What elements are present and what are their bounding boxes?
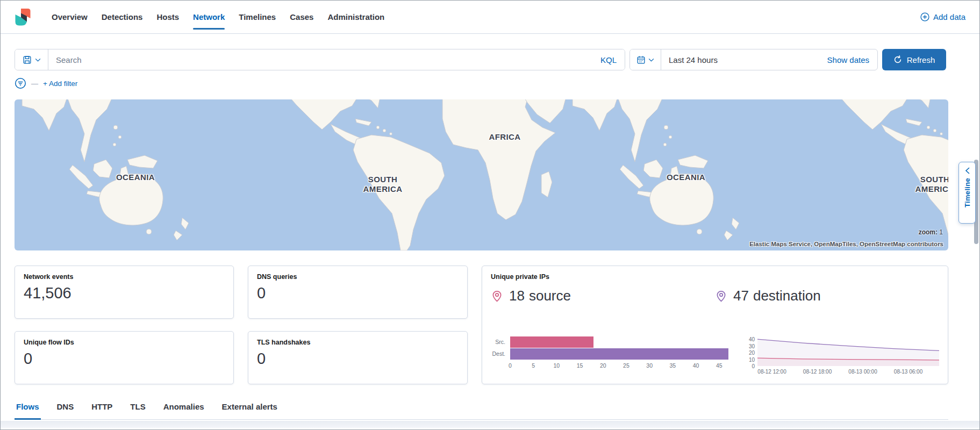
search-input[interactable] (48, 49, 592, 70)
tab-external-alerts[interactable]: External alerts (220, 402, 279, 420)
bar-row-source: Src. (491, 336, 728, 348)
nav-tab-timelines[interactable]: Timelines (232, 1, 283, 33)
tab-anomalies[interactable]: Anomalies (162, 402, 206, 420)
tab-http[interactable]: HTTP (90, 402, 114, 420)
save-icon (23, 55, 32, 64)
bar-chart-x-axis: 051015202530354045 (510, 360, 728, 369)
line-y-tick: 0 (752, 363, 755, 369)
map-zoom-value: 1 (939, 228, 943, 236)
plus-circle-icon (920, 12, 929, 22)
timeline-flyout-tab[interactable]: Timeline (958, 162, 976, 224)
card-title: Unique flow IDs (24, 339, 225, 346)
saved-queries-button[interactable] (15, 49, 48, 70)
network-detail-tabs: Flows DNS HTTP TLS Anomalies External al… (15, 402, 948, 420)
refresh-icon (893, 55, 902, 64)
filter-bar: — + Add filter (15, 77, 965, 89)
map-zoom-label: zoom: (919, 228, 938, 236)
show-dates-button[interactable]: Show dates (827, 49, 877, 70)
nav-tab-administration[interactable]: Administration (320, 1, 391, 33)
line-x-tick: 08-12 18:00 (803, 369, 832, 375)
chevron-left-icon (965, 167, 970, 174)
map-pin-icon (715, 290, 727, 302)
next-panel-edge (1, 421, 979, 428)
card-value: 0 (24, 350, 225, 368)
map-zoom-indicator: zoom: 1 (919, 228, 943, 236)
line-x-tick: 08-12 12:00 (757, 369, 786, 375)
ips-bar-chart: Src. Dest. 051015202530354045 (491, 336, 728, 375)
tab-tls[interactable]: TLS (128, 402, 147, 420)
card-tls-handshakes: TLS handshakes 0 (248, 331, 468, 384)
nav-tab-detections[interactable]: Detections (95, 1, 150, 33)
ips-line-chart: 010203040 08-12 12:0008-12 18:0008-13 00… (745, 336, 939, 375)
top-navigation-bar: Overview Detections Hosts Network Timeli… (1, 1, 979, 34)
refresh-button[interactable]: Refresh (882, 49, 946, 70)
filter-circle-icon[interactable] (15, 77, 26, 89)
chevron-down-icon (648, 58, 654, 62)
bar-x-tick: 20 (600, 362, 606, 369)
card-title: DNS queries (257, 273, 459, 281)
nav-tab-hosts[interactable]: Hosts (149, 1, 186, 33)
line-chart-x-axis: 08-12 12:0008-12 18:0008-13 00:0008-13 0… (757, 366, 939, 375)
card-value: 0 (257, 350, 459, 368)
tab-dns[interactable]: DNS (55, 402, 76, 420)
kpi-cards-grid: Network events 41,506 DNS queries 0 Uniq… (15, 266, 948, 384)
bar-x-tick: 35 (670, 362, 676, 369)
timeline-flyout-label: Timeline (963, 178, 971, 207)
source-ips-value: 18 (509, 288, 525, 304)
nav-tab-network[interactable]: Network (186, 1, 232, 33)
map-label-oceania-1: OCEANIA (116, 173, 155, 182)
line-chart-plot (757, 336, 939, 366)
bar-x-tick: 0 (509, 362, 512, 369)
refresh-label: Refresh (907, 55, 935, 64)
bar-category-label: Dest. (491, 350, 510, 357)
line-y-tick: 40 (749, 336, 755, 342)
destination-ips-value: 47 (733, 288, 749, 304)
card-title: TLS handshakes (257, 339, 459, 346)
destination-ips-label: destination (753, 288, 821, 304)
calendar-icon (636, 55, 646, 64)
card-network-events: Network events 41,506 (15, 266, 234, 319)
main-nav: Overview Detections Hosts Network Timeli… (45, 1, 391, 33)
bar-x-tick: 30 (646, 362, 653, 369)
bar-category-label: Src. (491, 339, 510, 345)
destination-bar (510, 348, 728, 360)
line-y-tick: 30 (749, 343, 755, 349)
chevron-down-icon (35, 58, 41, 62)
destination-ips-stat: 47 destination (715, 288, 939, 304)
source-ips-stat: 18 source (491, 288, 715, 304)
card-unique-flow-ids: Unique flow IDs 0 (15, 331, 234, 384)
source-ips-label: source (529, 288, 571, 304)
search-bar-group: KQL (15, 49, 625, 70)
network-map[interactable]: OCEANIA SOUTH AMERICA AFRICA OCEANIA SOU… (15, 99, 948, 250)
add-data-button[interactable]: Add data (920, 12, 965, 22)
bar-x-tick: 25 (623, 362, 630, 369)
map-label-south-america-1: SOUTH AMERICA (357, 175, 409, 194)
source-bar (510, 336, 593, 348)
security-logo-icon (15, 9, 31, 26)
app-window: Overview Detections Hosts Network Timeli… (0, 0, 980, 430)
date-quick-select-button[interactable] (630, 49, 661, 70)
nav-tab-cases[interactable]: Cases (283, 1, 320, 33)
bar-x-tick: 15 (577, 362, 583, 369)
bar-x-tick: 10 (554, 362, 560, 369)
map-label-africa: AFRICA (489, 132, 520, 142)
map-label-south-america-2: SOUTH AMERICA (909, 175, 948, 194)
query-language-button[interactable]: KQL (592, 49, 625, 70)
card-title: Unique private IPs (491, 273, 939, 281)
line-y-tick: 10 (749, 357, 755, 363)
line-y-tick: 20 (749, 350, 755, 356)
time-range-display[interactable]: Last 24 hours (661, 49, 827, 70)
map-label-oceania-2: OCEANIA (667, 173, 705, 182)
card-value: 0 (257, 284, 459, 302)
line-x-tick: 08-13 06:00 (894, 369, 922, 375)
date-picker-group: Last 24 hours Show dates (630, 49, 878, 70)
bar-x-tick: 40 (693, 362, 699, 369)
nav-tab-overview[interactable]: Overview (45, 1, 95, 33)
add-filter-button[interactable]: + Add filter (43, 80, 77, 88)
add-data-label: Add data (933, 12, 965, 22)
filter-bar-dash: — (31, 80, 38, 88)
card-unique-private-ips: Unique private IPs 18 source 47 destinat… (482, 266, 948, 384)
card-title: Network events (24, 273, 225, 281)
tab-flows[interactable]: Flows (15, 402, 41, 420)
card-dns-queries: DNS queries 0 (248, 266, 468, 319)
